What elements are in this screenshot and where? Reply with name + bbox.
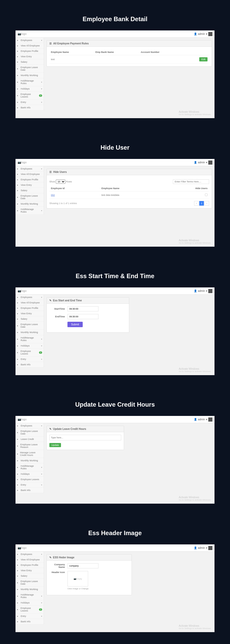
sidebar-item[interactable]: ▸View All Employee — [16, 300, 44, 305]
end-time-input[interactable] — [67, 314, 98, 319]
submit-button[interactable]: Submit — [67, 322, 83, 327]
sidebar-item[interactable]: ▸Manage Leave Credit Hours — [16, 450, 44, 458]
sidebar-item[interactable]: ▸Employee Leave Date — [16, 579, 44, 587]
sidebar-item[interactable]: ▸View Entry — [16, 54, 44, 59]
sidebar-item[interactable]: ▸Employee Leaves0 — [16, 349, 44, 357]
sidebar-item[interactable]: ▸Employees▾ — [16, 38, 44, 43]
col-hide: Hide Users — [163, 186, 209, 191]
sidebar-item[interactable]: ▸Employee Leave Date — [16, 193, 44, 201]
sidebar-item[interactable]: ▸Monthly Working — [16, 73, 44, 78]
menu-icon: ▸ — [17, 424, 20, 427]
panel-leave: ✎ Update Leave Credit Hours Update — [47, 426, 124, 450]
sidebar-item[interactable]: ▸HoldManage Rules▾ — [16, 335, 44, 343]
sidebar-item[interactable]: ▸Salary — [16, 573, 44, 579]
sidebar-item[interactable]: ▸View Entry — [16, 568, 44, 573]
sidebar-item[interactable]: ▸Employee Leave Date — [16, 322, 44, 330]
sidebar-item[interactable]: ▸Bank Info — [16, 362, 44, 367]
sidebar-item[interactable]: ▸Entry▾ — [16, 100, 44, 105]
user-menu[interactable]: 👤admin ▾ — [194, 289, 212, 293]
sidebar-item[interactable]: ▸Monthly Working — [16, 201, 44, 207]
sidebar-item[interactable]: ▸Employee Leaves0 — [16, 92, 44, 100]
sidebar-item[interactable]: ▸Bank Info — [16, 488, 44, 493]
user-menu[interactable]: 👤admin ▾ — [194, 417, 212, 422]
chevron-down-icon: ▾ — [41, 425, 42, 427]
sidebar-item[interactable]: ▸Bank Info — [16, 105, 44, 110]
sidebar-item-label: Employee Profile — [21, 307, 38, 309]
sidebar-item[interactable]: ▸Employee Leave Reason — [16, 442, 44, 450]
sidebar-item[interactable]: ▸Employee Profile — [16, 562, 44, 568]
sidebar-item[interactable]: ▸Employees▾ — [16, 166, 44, 172]
menu-icon: ▸ — [17, 55, 20, 58]
menu-icon: ▸ — [17, 344, 20, 347]
sidebar-item[interactable]: ▸Salary — [16, 316, 44, 322]
page-prev[interactable]: ‹ — [194, 201, 199, 206]
sidebar-item[interactable]: ▸HoldManage Rules▾ — [16, 592, 44, 600]
page-next[interactable]: › — [204, 201, 209, 206]
sidebar-item[interactable]: ▸HoldManage Rules▾ — [16, 78, 44, 86]
sidebar-item[interactable]: ▸Holidays▾ — [16, 343, 44, 349]
sidebar-item[interactable]: ▸Salary — [16, 188, 44, 193]
sidebar-item-label: HoldManage Rules — [21, 336, 40, 342]
sidebar-item[interactable]: ▸Monthly Working — [16, 587, 44, 592]
sidebar-item[interactable]: ▸Salary — [16, 59, 44, 65]
user-menu[interactable]: 👤admin ▾ — [194, 32, 212, 36]
sidebar-item-label: Holidays — [21, 601, 30, 604]
upload-hint: Click Image or Change. — [67, 587, 89, 590]
sidebar-item[interactable]: ▸View All Employee — [16, 557, 44, 562]
sidebar-item[interactable]: ▸Employees▾ — [16, 552, 44, 557]
sidebar-item[interactable]: ▸Bank Info — [16, 619, 44, 624]
sidebar-item[interactable]: ▸Employee Profile — [16, 305, 44, 311]
hide-checkbox[interactable] — [205, 194, 208, 196]
edit-button[interactable]: Edit — [199, 57, 208, 61]
sidebar-item-label: Employee Leaves — [21, 478, 39, 481]
sidebar-item[interactable]: ▸Holidays▾ — [16, 600, 44, 606]
end-label: EndTime — [49, 315, 65, 318]
hours-input[interactable] — [49, 435, 121, 440]
sidebar-item[interactable]: ▸Employee Leave Date — [16, 65, 44, 73]
start-time-input[interactable] — [67, 306, 98, 311]
section-title-hide: Hide User — [0, 128, 230, 159]
user-menu[interactable]: 👤admin ▾ — [194, 546, 212, 550]
sidebar-item[interactable]: ▸Employee Profile — [16, 49, 44, 54]
upload-box[interactable]: 📷Empty — [67, 571, 88, 586]
filter-input[interactable] — [173, 179, 209, 184]
sidebar-item[interactable]: ▸Entry▾ — [16, 482, 44, 488]
sidebar-item-label: View Entry — [21, 55, 32, 58]
sidebar-item[interactable]: ▸Leave Credit — [16, 437, 44, 442]
icon-label: Header Icon — [49, 571, 65, 574]
sidebar-item[interactable]: ▸HoldManage Rules▾ — [16, 463, 44, 471]
col-emp-name: Employee Name — [100, 186, 163, 191]
sidebar-item[interactable]: ▸Entry▾ — [16, 357, 44, 362]
sidebar-item[interactable]: ▸Employee Leaves — [16, 477, 44, 482]
sidebar-item[interactable]: ▸Monthly Working — [16, 330, 44, 335]
sidebar-item[interactable]: ▸Employee Leaves0 — [16, 606, 44, 614]
sidebar-item-label: Holidays — [21, 344, 30, 347]
chevron-down-icon: ▾ — [41, 473, 42, 475]
sidebar-item[interactable]: ▸Employees▾ — [16, 295, 44, 300]
menu-icon: ▸ — [17, 331, 20, 334]
emp-id-link[interactable]: 002 — [51, 194, 55, 196]
sidebar-item[interactable]: ▸View Entry — [16, 182, 44, 188]
menu-icon: ▸ — [17, 50, 20, 52]
sidebar-item-label: Monthly Working — [21, 588, 38, 591]
menu-icon: ▸ — [17, 363, 20, 366]
sidebar-item[interactable]: ▸Employee Leave Date — [16, 429, 44, 437]
sidebar-item[interactable]: ▸Employees▾ — [16, 423, 44, 429]
sidebar-item[interactable]: ▸HoldManage Rules▾ — [16, 207, 44, 215]
sidebar-item[interactable]: ▸Holidays▾ — [16, 86, 44, 92]
page-1[interactable]: 1 — [199, 201, 204, 206]
menu-icon: ▸ — [17, 196, 19, 198]
sidebar-item[interactable]: ▸Entry▾ — [16, 614, 44, 619]
sidebar-item[interactable]: ▸View Entry — [16, 311, 44, 316]
sidebar-item[interactable]: ▸View All Employee — [16, 43, 44, 49]
sidebar-item[interactable]: ▸Monthly Working — [16, 458, 44, 463]
sidebar-item[interactable]: ▸View All Employee — [16, 172, 44, 177]
company-input[interactable] — [67, 563, 98, 568]
sidebar-item[interactable]: ▸Holidays▾ — [16, 471, 44, 477]
rows-select[interactable]: 10 — [56, 180, 65, 184]
panel-header: ✎ Ess Start and End Time — [47, 297, 129, 304]
sidebar-item[interactable]: ▸Employee Profile — [16, 177, 44, 182]
user-menu[interactable]: 👤admin ▾ — [194, 160, 212, 165]
update-button[interactable]: Update — [49, 443, 61, 447]
app-window-bank: 📷logo 👤admin ▾ ▸Employees▾▸View All Empl… — [16, 30, 214, 118]
